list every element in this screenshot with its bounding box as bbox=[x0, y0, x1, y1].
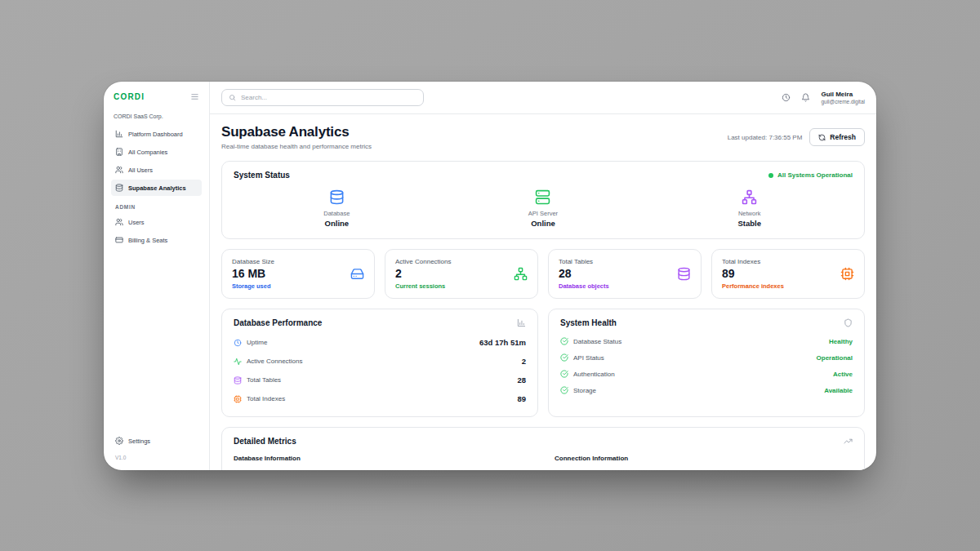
database-icon bbox=[329, 189, 345, 205]
bell-icon[interactable] bbox=[801, 93, 810, 102]
database-icon bbox=[677, 267, 691, 281]
system-status-card: System Status All Systems Operational Da… bbox=[221, 161, 865, 239]
connection-information-section: Connection Information Active Connection… bbox=[555, 455, 853, 470]
users-icon bbox=[115, 218, 123, 226]
perf-row-uptime: Uptime 63d 17h 51m bbox=[234, 333, 526, 352]
app-version: V1.0 bbox=[115, 455, 198, 460]
page-title: Supabase Analytics bbox=[221, 124, 372, 140]
panels-row: Database Performance Uptime 63d 17h 51m bbox=[221, 309, 865, 417]
clock-icon bbox=[234, 339, 242, 347]
metric-card-total-indexes: Total Indexes 89 Performance indexes bbox=[711, 249, 865, 299]
detailed-metrics-title: Detailed Metrics bbox=[234, 437, 296, 446]
database-performance-title: Database Performance bbox=[234, 318, 322, 327]
system-status-title: System Status bbox=[234, 171, 290, 180]
cpu-icon bbox=[840, 267, 854, 281]
sidebar-item-label: All Companies bbox=[128, 149, 167, 156]
sidebar-item-supabase-analytics[interactable]: Supabase Analytics bbox=[111, 180, 202, 196]
health-row-database-status: Database Status Healthy bbox=[560, 333, 853, 349]
menu-icon[interactable] bbox=[190, 92, 199, 101]
sidebar-item-label: Settings bbox=[128, 438, 150, 445]
user-name: Guil Meira bbox=[821, 91, 865, 98]
last-updated-text: Last updated: 7:36:55 PM bbox=[728, 134, 803, 141]
cpu-icon bbox=[234, 395, 242, 403]
metric-card-database-size: Database Size 16 MB Storage used bbox=[221, 249, 375, 299]
database-icon bbox=[115, 184, 123, 192]
perf-row-total-indexes: Total Indexes 89 bbox=[234, 389, 526, 408]
credit-card-icon bbox=[115, 236, 123, 244]
network-icon bbox=[514, 267, 528, 281]
bar-chart-icon bbox=[115, 130, 123, 138]
sidebar-item-users[interactable]: Users bbox=[111, 214, 202, 230]
sidebar-item-platform-dashboard[interactable]: Platform Dashboard bbox=[111, 126, 202, 142]
shield-icon bbox=[844, 318, 853, 327]
main-area: Guil Meira guil@creme.digital Supabase A… bbox=[210, 82, 876, 470]
server-icon bbox=[535, 189, 550, 205]
sidebar: CORDI CORDI SaaS Corp. Platform Dashboar… bbox=[104, 82, 210, 470]
search-icon bbox=[229, 94, 236, 101]
status-item-network: Network Stable bbox=[646, 189, 853, 228]
metric-cards-row: Database Size 16 MB Storage used Active … bbox=[221, 249, 865, 299]
network-icon bbox=[742, 189, 757, 205]
user-email: guil@creme.digital bbox=[821, 99, 865, 104]
sidebar-item-label: Users bbox=[128, 219, 145, 226]
gear-icon bbox=[115, 437, 123, 445]
check-circle-icon bbox=[560, 386, 568, 394]
status-dot-icon bbox=[768, 173, 773, 178]
status-item-database: Database Online bbox=[234, 189, 440, 228]
system-health-title: System Health bbox=[560, 318, 617, 327]
detail-row: Active Connections: 2 bbox=[555, 469, 853, 470]
metric-card-total-tables: Total Tables 28 Database objects bbox=[548, 249, 702, 299]
sidebar-item-all-companies[interactable]: All Companies bbox=[111, 144, 202, 160]
sidebar-item-billing-seats[interactable]: Billing & Seats bbox=[111, 232, 202, 248]
org-name: CORDI SaaS Corp. bbox=[114, 113, 199, 119]
database-information-section: Database Information Database Size: 16 M… bbox=[234, 455, 532, 470]
cordi-logo: CORDI bbox=[114, 92, 145, 101]
overall-status-badge: All Systems Operational bbox=[768, 171, 853, 179]
perf-row-active-connections: Active Connections 2 bbox=[234, 352, 526, 371]
app-window: CORDI CORDI SaaS Corp. Platform Dashboar… bbox=[104, 82, 876, 470]
page-header: Supabase Analytics Real-time database he… bbox=[221, 124, 865, 150]
check-circle-icon bbox=[560, 353, 568, 362]
hard-drive-icon bbox=[350, 267, 364, 281]
system-health-panel: System Health Database Status Healthy bbox=[548, 309, 865, 417]
sidebar-item-label: Supabase Analytics bbox=[128, 184, 186, 192]
refresh-icon bbox=[818, 134, 826, 141]
users-icon bbox=[115, 166, 123, 174]
refresh-button[interactable]: Refresh bbox=[809, 128, 865, 146]
check-circle-icon bbox=[560, 337, 568, 345]
page-content: Supabase Analytics Real-time database he… bbox=[210, 114, 876, 470]
sidebar-item-label: Platform Dashboard bbox=[128, 131, 183, 138]
admin-section-label: ADMIN bbox=[115, 204, 198, 210]
health-row-authentication: Authentication Active bbox=[560, 366, 853, 382]
status-item-api-server: API Server Online bbox=[440, 189, 647, 228]
detailed-metrics-card: Detailed Metrics Database Information Da… bbox=[221, 427, 865, 470]
history-icon[interactable] bbox=[782, 93, 791, 102]
perf-row-total-tables: Total Tables 28 bbox=[234, 371, 526, 389]
sidebar-item-label: All Users bbox=[128, 167, 153, 174]
page-subtitle: Real-time database health and performanc… bbox=[221, 143, 372, 150]
sidebar-item-settings[interactable]: Settings bbox=[111, 433, 202, 449]
topbar: Guil Meira guil@creme.digital bbox=[210, 82, 876, 114]
database-performance-panel: Database Performance Uptime 63d 17h 51m bbox=[221, 309, 538, 417]
building-icon bbox=[115, 148, 123, 156]
bar-chart-icon bbox=[517, 318, 526, 327]
sidebar-item-all-users[interactable]: All Users bbox=[111, 162, 202, 178]
check-circle-icon bbox=[560, 370, 568, 378]
search-box[interactable] bbox=[221, 89, 424, 106]
health-row-api-status: API Status Operational bbox=[560, 349, 853, 366]
trending-up-icon bbox=[844, 437, 853, 446]
health-row-storage: Storage Available bbox=[560, 382, 853, 398]
sidebar-nav: Platform Dashboard All Companies All Use… bbox=[111, 126, 202, 248]
search-input[interactable] bbox=[241, 94, 416, 101]
user-menu[interactable]: Guil Meira guil@creme.digital bbox=[821, 91, 865, 104]
desktop-background: CORDI CORDI SaaS Corp. Platform Dashboar… bbox=[0, 0, 980, 551]
activity-icon bbox=[234, 358, 242, 366]
sidebar-item-label: Billing & Seats bbox=[128, 237, 167, 244]
metric-card-active-connections: Active Connections 2 Current sessions bbox=[385, 249, 538, 299]
database-icon bbox=[234, 376, 242, 384]
detail-row: Database Size: 16 MB bbox=[234, 469, 532, 470]
